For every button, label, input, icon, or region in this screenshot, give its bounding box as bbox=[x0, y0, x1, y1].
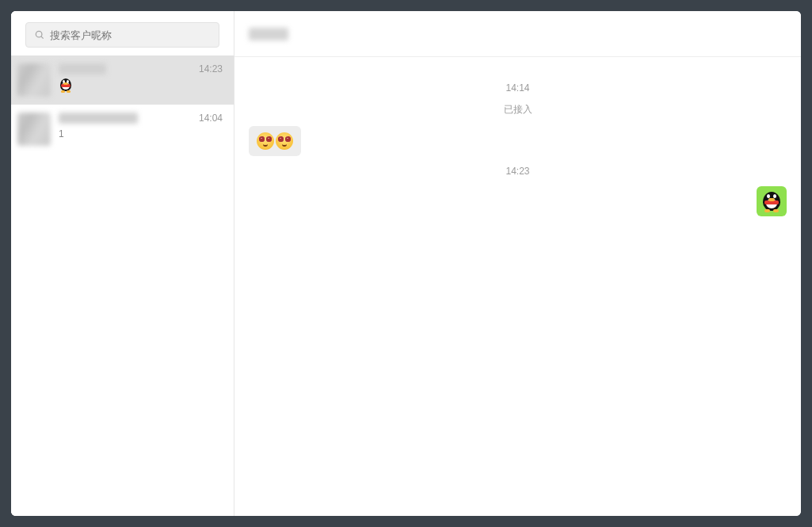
search-icon bbox=[34, 29, 45, 40]
conversation-time: 14:04 bbox=[199, 113, 223, 124]
sidebar: 14:23 14:04 bbox=[11, 11, 234, 516]
search-box[interactable] bbox=[25, 22, 219, 48]
chat-window: 14:23 14:04 bbox=[11, 11, 801, 516]
chat-title bbox=[249, 28, 288, 40]
avatar bbox=[17, 113, 51, 146]
chat-header bbox=[234, 11, 801, 57]
angry-eyes-emoji bbox=[257, 132, 274, 150]
conversation-name bbox=[59, 113, 138, 124]
angry-eyes-emoji bbox=[276, 132, 293, 150]
conversation-list: 14:23 14:04 bbox=[11, 55, 234, 516]
penguin-icon bbox=[761, 191, 782, 212]
timestamp: 14:23 bbox=[249, 166, 787, 177]
system-message: 已接入 bbox=[249, 103, 787, 116]
penguin-icon bbox=[59, 78, 73, 92]
conversation-item[interactable]: 14:23 bbox=[11, 55, 234, 105]
message-row bbox=[249, 186, 787, 216]
conversation-time: 14:23 bbox=[199, 63, 223, 74]
chat-body[interactable]: 14:14 已接入 14:23 bbox=[234, 57, 801, 516]
search-input[interactable] bbox=[50, 29, 211, 41]
message-bubble[interactable] bbox=[757, 186, 787, 216]
conversation-meta: 14:23 bbox=[59, 63, 223, 92]
svg-line-1 bbox=[41, 36, 44, 39]
conversation-item[interactable]: 14:04 1 bbox=[11, 105, 234, 154]
conversation-preview bbox=[59, 78, 223, 92]
conversation-meta: 14:04 1 bbox=[59, 113, 223, 141]
conversation-name bbox=[59, 63, 106, 74]
svg-point-0 bbox=[36, 31, 42, 37]
message-row bbox=[249, 126, 787, 156]
chat-panel: 14:14 已接入 14:23 bbox=[234, 11, 801, 516]
conversation-preview: 1 bbox=[59, 127, 223, 141]
avatar bbox=[17, 63, 51, 97]
message-bubble[interactable] bbox=[249, 126, 301, 156]
search-wrap bbox=[11, 11, 234, 55]
timestamp: 14:14 bbox=[249, 82, 787, 94]
